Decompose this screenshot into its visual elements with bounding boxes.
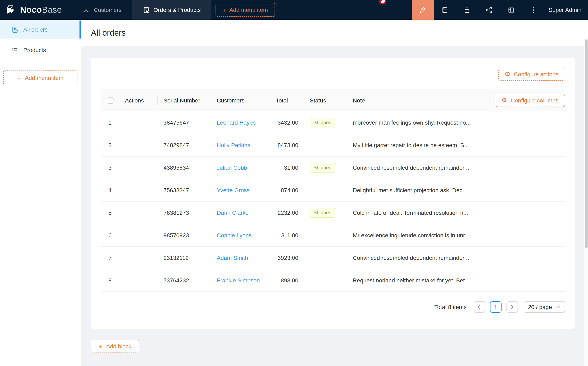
table-row: 6 98570923 Connie Lyons 311.00 Mr excell… <box>101 224 565 247</box>
main-content: All orders ⚙ Configure actions Actions <box>81 20 588 366</box>
partition-button[interactable] <box>478 0 500 20</box>
sidebar-item-all-orders[interactable]: All orders <box>0 21 81 38</box>
gear-icon: ⚙ <box>505 71 510 77</box>
top-navbar: NocoBase Customers <box>0 0 588 20</box>
configure-columns-button[interactable]: ⚙ Configure columns <box>495 94 565 107</box>
pagination-prev-button[interactable] <box>474 301 485 313</box>
customer-cell: Darin Clarke <box>211 209 270 216</box>
tab-label: Customers <box>94 7 121 13</box>
logo-text: NocoBase <box>20 5 62 15</box>
table-row: 7 23132112 Adam Smith 3923.00 Convinced … <box>101 247 565 269</box>
table-header-row: Actions Serial Number Customers Total St… <box>101 89 565 112</box>
column-header-total: Total <box>270 97 304 104</box>
sidebar-item-label: All orders <box>23 26 47 33</box>
customer-cell: Connie Lyons <box>211 232 270 238</box>
file-done-icon <box>11 26 18 33</box>
note-cell: My little garret repair to desire he est… <box>347 142 477 148</box>
row-index: 4 <box>101 187 119 193</box>
status-cell: Shipped <box>304 163 347 173</box>
add-block-button[interactable]: + Add block <box>91 340 139 352</box>
layout-button[interactable] <box>500 0 522 20</box>
customer-link[interactable]: Julian Cobb <box>217 164 247 171</box>
note-cell: Cold in late or deal. Terminated resolut… <box>347 209 477 216</box>
pagination: Total 8 items 1 20 / page <box>101 301 565 313</box>
total-cell: 3923.00 <box>270 254 304 261</box>
nocobase-logo-icon <box>6 5 16 15</box>
customer-link[interactable]: Adam Smith <box>217 254 248 261</box>
row-index: 7 <box>101 254 119 261</box>
customer-cell: Frankie Simpson <box>211 277 270 284</box>
database-icon <box>442 6 448 13</box>
serial-number-cell: 23132112 <box>158 254 211 261</box>
sidebar-add-menu-item-button[interactable]: + Add menu item <box>3 70 77 85</box>
scrollbar-thumb[interactable] <box>585 39 588 248</box>
row-index: 2 <box>101 142 119 148</box>
customer-link[interactable]: Holly Perkins <box>217 142 250 148</box>
configure-actions-button[interactable]: ⚙ Configure actions <box>498 68 565 81</box>
row-index: 6 <box>101 232 119 238</box>
more-button[interactable] <box>522 0 545 20</box>
note-cell: Mr excellence inquietude conviction is i… <box>347 232 477 238</box>
total-cell: 2232.00 <box>270 209 304 216</box>
plus-icon: + <box>223 7 226 13</box>
status-cell: Shipped <box>304 208 347 218</box>
serial-number-cell: 98570923 <box>158 232 211 238</box>
column-header-serial-number: Serial Number <box>158 97 211 104</box>
page-size-select[interactable]: 20 / page <box>523 301 565 313</box>
gear-icon: ⚙ <box>502 97 507 103</box>
pagination-total: Total 8 items <box>434 304 467 310</box>
serial-number-cell: 38475647 <box>158 119 211 126</box>
more-ellipsis-icon <box>533 7 534 13</box>
page-header: All orders <box>81 20 588 46</box>
serial-number-cell: 73764232 <box>158 277 211 284</box>
status-cell: Shipped <box>304 118 347 128</box>
customer-link[interactable]: Leonard Hayes <box>217 119 256 126</box>
customer-link[interactable]: Frankie Simpson <box>217 277 260 284</box>
team-icon <box>83 6 90 13</box>
table-row: 1 38475647 Leonard Hayes 3432.00 Shipped… <box>101 112 565 134</box>
navbar-add-menu-item-button[interactable]: + Add menu item <box>216 3 275 17</box>
lock-button[interactable] <box>456 0 478 20</box>
table-body: 1 38475647 Leonard Hayes 3432.00 Shipped… <box>101 112 565 292</box>
customer-link[interactable]: Darin Clarke <box>217 209 249 216</box>
total-cell: 3432.00 <box>270 119 304 126</box>
note-cell: moreover man feelings own shy. Request n… <box>347 119 477 126</box>
customer-cell: Julian Cobb <box>211 164 270 171</box>
lock-icon <box>464 6 471 13</box>
plus-icon: + <box>99 343 103 349</box>
table-row: 4 75638347 Yvette Gross 874.00 Delightfu… <box>101 179 565 202</box>
note-cell: Request norland neither mistake for yet.… <box>347 277 477 284</box>
column-header-actions: Actions <box>119 97 158 104</box>
select-all-checkbox[interactable] <box>107 97 113 104</box>
ui-editor-button[interactable] <box>412 0 434 20</box>
row-index: 3 <box>101 164 119 171</box>
user-menu[interactable]: Super Admin <box>545 0 588 20</box>
tab-orders-products[interactable]: Orders & Products <box>132 0 211 20</box>
database-button[interactable] <box>434 0 456 20</box>
orders-table-card: ⚙ Configure actions Actions Serial Numbe… <box>91 58 575 329</box>
tab-customers[interactable]: Customers <box>73 0 132 20</box>
sidebar-item-label: Products <box>23 47 46 53</box>
sidebar-item-products[interactable]: Products <box>0 41 81 59</box>
tab-label: Orders & Products <box>153 7 201 13</box>
pagination-next-button[interactable] <box>506 301 518 313</box>
serial-number-cell: 75638347 <box>158 187 211 193</box>
header-checkbox-cell <box>101 97 119 104</box>
table-row: 3 43895834 Julian Cobb 31.00 Shipped Con… <box>101 157 565 179</box>
pagination-page-1[interactable]: 1 <box>490 301 501 313</box>
total-cell: 311.00 <box>270 232 304 238</box>
customer-cell: Yvette Gross <box>211 187 270 193</box>
customer-cell: Leonard Hayes <box>211 119 270 126</box>
row-index: 5 <box>101 209 119 216</box>
sidebar: All orders Products + Add menu <box>0 20 81 366</box>
nocobase-logo[interactable]: NocoBase <box>0 0 73 20</box>
orders-table: Actions Serial Number Customers Total St… <box>101 89 565 292</box>
chevron-down-icon <box>556 305 561 309</box>
customer-link[interactable]: Yvette Gross <box>217 187 249 193</box>
plus-icon: + <box>17 75 21 81</box>
status-badge: Shipped <box>310 208 335 218</box>
serial-number-cell: 74829847 <box>158 142 211 148</box>
table-row: 2 74829847 Holly Perkins 8473.00 My litt… <box>101 134 565 157</box>
customer-cell: Adam Smith <box>211 254 270 261</box>
customer-link[interactable]: Connie Lyons <box>217 232 252 238</box>
